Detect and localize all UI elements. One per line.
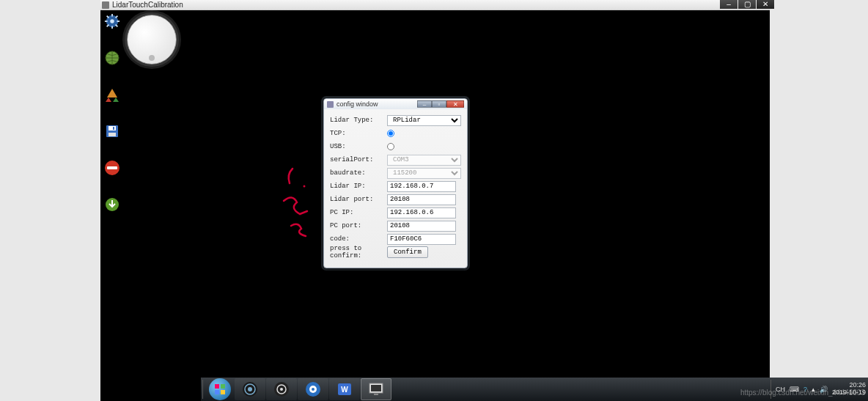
svg-point-29	[280, 388, 283, 391]
baudrate-select[interactable]: 115200	[387, 168, 461, 179]
svg-point-32	[312, 388, 315, 391]
taskbar-item-browser[interactable]	[235, 378, 265, 400]
dialog-close-button[interactable]: ✕	[446, 100, 464, 108]
dialog-title: config window	[336, 100, 378, 108]
watermark: https://blog.csdn.net/weixin_44446603	[740, 389, 865, 397]
pc-ip-label: PC IP:	[330, 209, 387, 216]
svg-rect-37	[374, 394, 378, 395]
annotation-marks	[281, 166, 325, 254]
globe-icon[interactable]	[104, 50, 120, 66]
pc-port-label: PC port:	[330, 222, 387, 229]
svg-point-19	[304, 185, 306, 188]
minimize-button[interactable]: –	[720, 0, 738, 9]
config-dialog: config window – ▫ ✕ Lidar Type: RPLidar …	[323, 98, 468, 268]
serial-port-select[interactable]: COM3	[387, 155, 461, 166]
svg-text:W: W	[341, 386, 348, 394]
lidar-port-input[interactable]	[387, 194, 456, 205]
maximize-button[interactable]: ▢	[738, 0, 756, 9]
confirm-button[interactable]: Confirm	[387, 246, 428, 258]
taskbar-item-obs[interactable]	[266, 378, 297, 400]
lidar-type-label: Lidar Type:	[330, 117, 387, 124]
lidar-ip-label: Lidar IP:	[330, 183, 387, 190]
svg-rect-20	[215, 384, 219, 389]
svg-rect-22	[215, 390, 219, 394]
dial-control[interactable]	[127, 15, 177, 65]
window-title: LidarTouchCalibration	[112, 1, 183, 9]
confirm-hint-label: press to confirm:	[330, 245, 387, 260]
dialog-maximize-button[interactable]: ▫	[432, 100, 446, 108]
close-button[interactable]: ✕	[757, 0, 774, 9]
svg-point-1	[110, 19, 114, 23]
serial-port-label: serialPort:	[330, 156, 387, 163]
tcp-label: TCP:	[330, 130, 387, 137]
svg-line-9	[107, 25, 109, 27]
pc-ip-input[interactable]	[387, 207, 456, 218]
taskbar-item-app[interactable]	[298, 378, 328, 400]
no-entry-icon[interactable]	[104, 160, 120, 176]
main-window: LidarTouchCalibration – ▢ ✕	[100, 0, 770, 401]
pc-port-input[interactable]	[387, 221, 456, 232]
save-icon[interactable]	[104, 123, 120, 139]
dialog-icon	[327, 101, 334, 108]
dialog-body: Lidar Type: RPLidar TCP: USB: serialPort…	[324, 109, 467, 263]
svg-rect-21	[221, 384, 225, 389]
dialog-minimize-button[interactable]: –	[417, 100, 432, 108]
tcp-radio[interactable]	[387, 130, 394, 137]
dialog-titlebar[interactable]: config window – ▫ ✕	[324, 99, 467, 109]
baudrate-label: baudrate:	[330, 169, 387, 177]
taskbar-item-wps[interactable]: W	[329, 378, 360, 400]
gear-icon[interactable]	[104, 13, 120, 29]
svg-rect-23	[221, 390, 225, 394]
left-dock	[100, 13, 120, 213]
svg-line-6	[107, 16, 109, 18]
app-icon	[102, 1, 109, 9]
usb-label: USB:	[330, 143, 387, 150]
svg-line-7	[116, 25, 118, 27]
svg-rect-13	[108, 126, 116, 130]
code-input[interactable]	[387, 234, 456, 245]
svg-point-26	[248, 387, 252, 391]
titlebar: LidarTouchCalibration – ▢ ✕	[100, 0, 770, 10]
start-button[interactable]	[209, 378, 231, 400]
lidar-ip-input[interactable]	[387, 181, 456, 192]
download-icon[interactable]	[104, 196, 120, 213]
svg-line-8	[116, 16, 118, 18]
usb-radio[interactable]	[387, 143, 394, 150]
taskbar-item-lidar-app[interactable]	[361, 378, 391, 400]
apps-icon[interactable]	[104, 87, 120, 103]
svg-rect-14	[108, 133, 116, 136]
svg-rect-17	[107, 166, 117, 169]
svg-rect-36	[371, 385, 381, 391]
code-label: code:	[330, 235, 387, 243]
lidar-type-select[interactable]: RPLidar	[387, 115, 461, 126]
lidar-port-label: Lidar port:	[330, 196, 387, 203]
svg-rect-15	[113, 127, 114, 130]
